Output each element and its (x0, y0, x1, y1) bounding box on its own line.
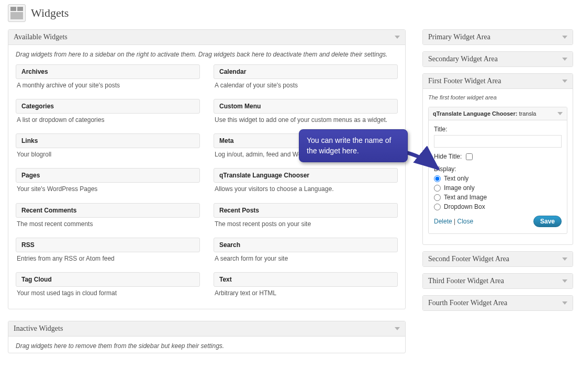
sidebar-second-footer-title: Second Footer Widget Area (428, 255, 509, 263)
available-widget-head[interactable]: Recent Comments (16, 203, 200, 218)
available-widget-desc: Your blogroll (17, 150, 199, 159)
available-widget-desc: A list or dropdown of categories (17, 116, 199, 124)
inactive-widgets-panel: Inactive Widgets Drag widgets here to re… (8, 321, 406, 353)
available-widget-head[interactable]: Tag Cloud (16, 272, 200, 287)
chevron-down-icon[interactable] (557, 112, 563, 115)
sidebar-primary-title: Primary Widget Area (428, 33, 490, 41)
available-widget-desc: Allows your visitors to choose a Languag… (215, 185, 397, 193)
sidebar-second-footer-header[interactable]: Second Footer Widget Area (423, 252, 573, 266)
chevron-down-icon[interactable] (562, 36, 567, 39)
delete-link[interactable]: Delete (434, 218, 452, 225)
available-widget-desc: The most recent posts on your site (215, 220, 397, 228)
sidebar-first-footer-header[interactable]: First Footer Widget Area (423, 74, 573, 89)
placed-widget-qtranslate: qTranslate Language Chooser: transla Tit… (428, 107, 567, 234)
annotation-callout: You can write the name of the widget her… (299, 129, 408, 162)
chevron-down-icon[interactable] (562, 58, 567, 61)
sidebar-fourth-footer-title: Fourth Footer Widget Area (428, 299, 507, 307)
available-widgets-title: Available Widgets (14, 33, 68, 41)
available-widget: LinksYour blogroll (16, 133, 200, 163)
available-widget-head[interactable]: Links (16, 133, 200, 148)
available-widget-desc: The most recent comments (17, 220, 199, 228)
display-text-image-label: Text and Image (444, 194, 487, 201)
inactive-widgets-title: Inactive Widgets (14, 324, 63, 333)
available-widget-head[interactable]: Archives (16, 64, 200, 79)
available-widget: PagesYour site's WordPress Pages (16, 168, 200, 197)
available-widgets-description: Drag widgets from here to a sidebar on t… (16, 50, 398, 59)
widget-title-input[interactable] (434, 135, 562, 148)
sidebar-primary-header[interactable]: Primary Widget Area (423, 30, 573, 44)
chevron-down-icon[interactable] (395, 36, 400, 39)
available-widget-head[interactable]: Text (214, 272, 398, 287)
available-widget-head[interactable]: qTranslate Language Chooser (214, 168, 398, 183)
display-text-image-radio[interactable] (434, 194, 441, 201)
available-widget-head[interactable]: Search (214, 238, 398, 252)
available-widgets-header[interactable]: Available Widgets (8, 30, 405, 45)
sidebar-secondary: Secondary Widget Area (422, 51, 573, 67)
sidebar-secondary-header[interactable]: Secondary Widget Area (423, 52, 573, 66)
sidebar-fourth-footer: Fourth Footer Widget Area (422, 295, 573, 311)
available-widget-head[interactable]: Custom Menu (214, 99, 398, 114)
sidebar-first-footer: First Footer Widget Area The first foote… (422, 73, 573, 245)
available-widget: Recent PostsThe most recent posts on you… (214, 203, 398, 232)
available-widgets-panel: Available Widgets Drag widgets from here… (8, 29, 406, 309)
available-widget: RSSEntries from any RSS or Atom feed (16, 238, 200, 267)
inactive-widgets-header[interactable]: Inactive Widgets (8, 321, 405, 337)
available-widget: CategoriesA list or dropdown of categori… (16, 99, 200, 128)
annotation-text: You can write the name of the widget her… (307, 136, 391, 155)
available-widget: TextArbitrary text or HTML (214, 272, 398, 301)
available-widget: CalendarA calendar of your site's posts (214, 64, 398, 94)
display-image-only-label: Image only (444, 184, 475, 192)
available-widget-desc: A search form for your site (215, 254, 397, 263)
available-widget-desc: Your most used tags in cloud format (17, 289, 199, 297)
available-widget-desc: Arbitrary text or HTML (215, 289, 397, 297)
sidebar-first-footer-description: The first footer widget area (428, 94, 567, 100)
chevron-down-icon[interactable] (562, 279, 567, 283)
available-widget-desc: Your site's WordPress Pages (17, 185, 199, 193)
display-text-only-label: Text only (444, 175, 468, 182)
widgets-screen-icon (8, 4, 26, 22)
available-widget: Tag CloudYour most used tags in cloud fo… (16, 272, 200, 301)
sidebar-primary: Primary Widget Area (422, 29, 573, 45)
sidebar-second-footer: Second Footer Widget Area (422, 251, 573, 267)
chevron-down-icon[interactable] (395, 327, 400, 330)
available-widgets-grid: ArchivesA monthly archive of your site's… (16, 64, 398, 301)
sidebar-third-footer-title: Third Footer Widget Area (428, 277, 504, 285)
sidebar-third-footer: Third Footer Widget Area (422, 273, 573, 289)
sidebar-third-footer-header[interactable]: Third Footer Widget Area (423, 274, 573, 288)
hide-title-checkbox[interactable] (466, 153, 473, 160)
sidebar-first-footer-title: First Footer Widget Area (428, 77, 501, 85)
page-header: Widgets (8, 4, 573, 22)
inactive-widgets-description: Drag widgets here to remove them from th… (16, 342, 398, 351)
available-widget: SearchA search form for your site (214, 238, 398, 267)
available-widget-head[interactable]: Pages (16, 168, 200, 183)
display-dropdown-radio[interactable] (434, 204, 441, 210)
chevron-down-icon[interactable] (562, 80, 567, 83)
available-widget: ArchivesA monthly archive of your site's… (16, 64, 200, 94)
display-image-only-radio[interactable] (434, 185, 441, 192)
available-widget: qTranslate Language ChooserAllows your v… (214, 168, 398, 197)
available-widget: Recent CommentsThe most recent comments (16, 203, 200, 232)
save-button[interactable]: Save (533, 216, 562, 227)
available-widget-head[interactable]: Calendar (214, 64, 398, 79)
available-widget-head[interactable]: Recent Posts (214, 203, 398, 218)
chevron-down-icon[interactable] (562, 301, 567, 305)
chevron-down-icon[interactable] (562, 257, 567, 261)
placed-widget-header[interactable]: qTranslate Language Chooser: transla (429, 107, 567, 120)
available-widget-desc: Entries from any RSS or Atom feed (17, 254, 199, 263)
available-widget-head[interactable]: RSS (16, 238, 200, 252)
placed-widget-instance: transla (519, 110, 536, 117)
sidebar-fourth-footer-header[interactable]: Fourth Footer Widget Area (423, 296, 573, 310)
display-dropdown-label: Dropdown Box (444, 203, 485, 210)
close-link[interactable]: Close (457, 218, 473, 225)
available-widget-desc: A monthly archive of your site's posts (17, 81, 199, 89)
available-widget-desc: Use this widget to add one of your custo… (215, 116, 397, 124)
available-widget-head[interactable]: Categories (16, 99, 200, 114)
page-title: Widgets (31, 6, 69, 20)
placed-widget-name: qTranslate Language Chooser: (433, 110, 517, 117)
available-widget: Custom MenuUse this widget to add one of… (214, 99, 398, 128)
available-widget-desc: A calendar of your site's posts (215, 81, 397, 89)
title-label: Title: (434, 126, 562, 133)
sidebar-secondary-title: Secondary Widget Area (428, 55, 498, 63)
